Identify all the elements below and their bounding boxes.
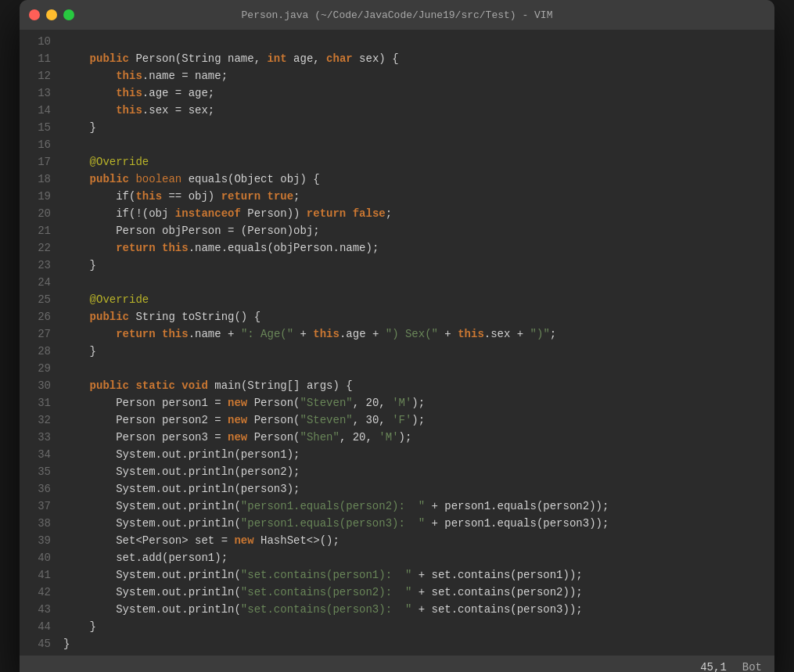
vim-window: Person.java (~/Code/JavaCode/June19/src/…: [20, 0, 774, 672]
code-line-35: System.out.println(person2);: [63, 463, 765, 480]
code-line-26: public String toString() {: [63, 308, 765, 325]
code-line-34: System.out.println(person1);: [63, 446, 765, 463]
code-line-24: [63, 274, 765, 291]
code-line-13: this.age = age;: [63, 84, 765, 102]
code-line-12: this.name = name;: [63, 67, 765, 84]
code-line-21: Person objPerson = (Person)obj;: [63, 222, 765, 239]
code-line-38: System.out.println("person1.equals(perso…: [63, 515, 765, 532]
code-line-44: }: [63, 618, 765, 635]
code-content: public Person(String name, int age, char…: [57, 33, 774, 652]
code-line-11: public Person(String name, int age, char…: [63, 50, 765, 67]
code-area: 10 11 12 13 14 15 16 17 18 19 20 21 22 2…: [20, 30, 774, 656]
code-editor[interactable]: 10 11 12 13 14 15 16 17 18 19 20 21 22 2…: [20, 30, 774, 656]
code-line-27: return this.name + ": Age(" + this.age +…: [63, 325, 765, 343]
close-button[interactable]: [29, 9, 40, 20]
code-line-10: [63, 33, 765, 50]
code-line-14: this.sex = sex;: [63, 102, 765, 119]
maximize-button[interactable]: [63, 9, 74, 20]
code-line-39: Set<Person> set = new HashSet<>();: [63, 532, 765, 549]
code-line-18: public boolean equals(Object obj) {: [63, 171, 765, 188]
code-line-28: }: [63, 343, 765, 360]
code-line-32: Person person2 = new Person("Steven", 30…: [63, 411, 765, 429]
code-line-33: Person person3 = new Person("Shen", 20, …: [63, 429, 765, 446]
code-line-20: if(!(obj instanceof Person)) return fals…: [63, 205, 765, 222]
code-line-37: System.out.println("person1.equals(perso…: [63, 498, 765, 515]
code-line-40: set.add(person1);: [63, 549, 765, 566]
code-line-23: }: [63, 257, 765, 274]
code-line-41: System.out.println("set.contains(person1…: [63, 566, 765, 584]
titlebar: Person.java (~/Code/JavaCode/June19/src/…: [20, 0, 774, 30]
code-line-45: }: [63, 635, 765, 652]
code-line-29: [63, 360, 765, 377]
code-line-15: }: [63, 119, 765, 136]
code-line-36: System.out.println(person3);: [63, 480, 765, 498]
code-line-43: System.out.println("set.contains(person3…: [63, 601, 765, 618]
traffic-lights: [29, 9, 74, 20]
code-line-17: @Override: [63, 153, 765, 171]
code-line-31: Person person1 = new Person("Steven", 20…: [63, 394, 765, 411]
line-numbers: 10 11 12 13 14 15 16 17 18 19 20 21 22 2…: [20, 33, 57, 652]
window-title: Person.java (~/Code/JavaCode/June19/src/…: [242, 9, 553, 21]
scroll-position: Bot: [742, 661, 762, 672]
code-line-22: return this.name.equals(objPerson.name);: [63, 239, 765, 257]
minimize-button[interactable]: [46, 9, 57, 20]
cursor-position: 45,1: [700, 661, 727, 672]
code-line-42: System.out.println("set.contains(person2…: [63, 584, 765, 601]
code-line-19: if(this == obj) return true;: [63, 188, 765, 205]
code-line-16: [63, 136, 765, 153]
statusbar: 45,1 Bot: [20, 656, 774, 672]
code-line-30: public static void main(String[] args) {: [63, 377, 765, 394]
code-line-25: @Override: [63, 291, 765, 308]
